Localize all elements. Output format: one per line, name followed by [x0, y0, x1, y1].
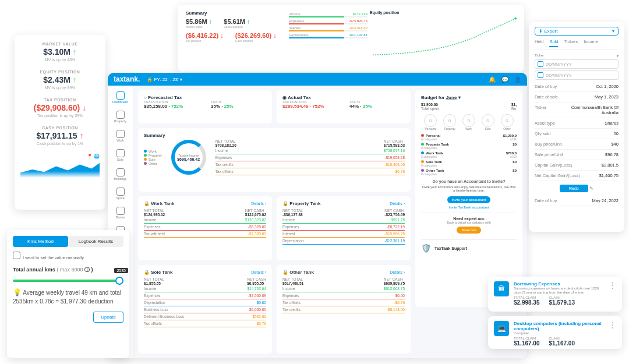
other-tank-tile: 🔒 Other TankDetails › NET TOTAL$617,469.… [277, 265, 411, 354]
sidebar-item-banks[interactable]: Banks [108, 204, 133, 221]
tab-income[interactable]: Income [584, 39, 598, 47]
chevron-down-icon[interactable]: ▾ [617, 54, 619, 58]
budget-category-icons: ○Personal○Property○Work○Sole○Other [421, 114, 517, 130]
bulb-icon: 💡 [13, 288, 22, 296]
snippet-desc: Borrowing expenses on loans are deductib… [514, 287, 605, 295]
tax-sub: Tax position is up by 29% [20, 114, 100, 118]
actual-tx: 44% · 25% [349, 104, 405, 109]
summary-stats: Summary $5.86M ↑Market value $5.61M ↑Equ… [181, 8, 289, 68]
sidebar-item-dashboard[interactable]: Dashboard [108, 89, 133, 106]
brand-logo[interactable]: taxtank. [114, 75, 140, 83]
total-claim: $1,167.00 [514, 340, 540, 347]
date-from-input[interactable]: DD/MM/YYYY [535, 59, 619, 69]
chat-icon[interactable]: 💬 [501, 76, 508, 83]
tab-held[interactable]: Held [535, 39, 543, 47]
arrow-down-icon: ↓ [82, 103, 86, 112]
sidebar-item-holdings[interactable]: Holdings [108, 166, 133, 183]
equity-label: EQUITY POSITION [20, 70, 100, 74]
user-icon[interactable]: 👤 [514, 76, 521, 83]
cash-label: CASH POSITION [20, 126, 100, 130]
sole-tank-tile: 🔒 Sole TankDetails › NET TOTAL$1,855.55N… [138, 265, 272, 354]
eq-value: $5.61M ↑ [224, 18, 250, 25]
budget-icon-work[interactable]: ○ [462, 114, 475, 127]
kms-card: Kms Method Logbook Results I want to set… [7, 230, 129, 358]
manual-checkbox-row[interactable]: I want to set the value manually [13, 252, 123, 260]
top-summary-card: Summary $5.86M ↑Market value $5.61M ↑Equ… [178, 5, 524, 72]
forecast-tile: ○ Forecasted Tax TAX POSITION$35,158.00 … [138, 90, 272, 123]
export-button[interactable]: ⬇ Export▾ [535, 27, 619, 36]
sidebar-item-spare[interactable]: Spare [108, 185, 133, 202]
budget-categories: Personal4 categories$1,200.0of $1Propert… [421, 134, 517, 176]
budget-icon-personal[interactable]: ○ [424, 114, 437, 127]
kms-tabs: Kms Method Logbook Results [13, 236, 123, 247]
market-value-block: MARKET VALUE $3.10M ↑ MV is up by 48% [20, 42, 100, 62]
details-link[interactable]: Details › [251, 202, 266, 206]
summary-legend: WorkPropertySoleOther [144, 149, 162, 166]
summary-bars: Income$177,734Expenses-$74,826.76Interes… [289, 8, 367, 68]
market-sub: MV is up by 48% [20, 58, 100, 62]
map-pin-icon[interactable]: 📍 🌐 [20, 154, 100, 159]
sidebar-item-work[interactable]: Work [108, 128, 133, 144]
borrowing-snippet: 🏛 Borrowing Expenses Borrowing expenses … [488, 277, 622, 312]
details-link[interactable]: Details › [251, 270, 266, 274]
kms-slider[interactable]: 2535 [13, 280, 123, 282]
export-tabs: HeldSoldTickersIncome [535, 39, 619, 50]
sidebar-item-property[interactable]: Property [108, 108, 133, 125]
tab-tickers[interactable]: Tickers [564, 39, 578, 47]
slider-thumb[interactable] [115, 277, 123, 285]
equity-block: EQUITY POSITION $2.43M ↑ MV is up by 89% [20, 70, 100, 90]
snippet-title: Desktop computers (including personal co… [514, 321, 605, 331]
stats-card: MARKET VALUE $3.10M ↑ MV is up by 48% EQ… [15, 35, 105, 210]
update-button[interactable]: Update [93, 312, 123, 323]
sidebar-item-sole[interactable]: Sole [108, 147, 133, 164]
avg-travel-text: 💡 Average weekly travel 49 km and total … [13, 288, 123, 306]
tab-kms-method[interactable]: Kms Method [13, 236, 68, 247]
market-value: $3.10M ↑ [20, 47, 100, 56]
mini-area-chart [20, 161, 100, 178]
invite-button[interactable]: Invite your accountant [447, 196, 491, 203]
cp-value: ($26,269.60) ↓ [235, 32, 277, 39]
more-icon[interactable]: ⋮ [609, 281, 616, 306]
total-kms-label: Total annual kms ( max 5000 ⓘ ) [13, 266, 123, 274]
invite-link[interactable]: Invite TaxTank accountant [421, 206, 517, 209]
forecast-title: ○ Forecasted Tax [144, 95, 266, 100]
budget-icon-sole[interactable]: ○ [482, 114, 494, 127]
arrow-up-icon: ↑ [79, 131, 83, 140]
details-link[interactable]: Details › [390, 270, 405, 274]
bank-icon: 🏛 [494, 281, 509, 296]
support-title[interactable]: TaxTank Support [434, 246, 467, 250]
book-button[interactable]: Book con [457, 227, 480, 234]
equity-chart-title: Equity position [370, 10, 518, 15]
fy-selector[interactable]: 🔒 FY: 22' - 23' ▾ [147, 77, 182, 82]
work-tank-tile: 🔒 Work TankDetails › NET TOTAL$124,995.0… [138, 196, 272, 260]
tab-sold[interactable]: Sold [549, 39, 558, 47]
arrow-up-icon: ↑ [73, 75, 77, 84]
cash-sub: Cash position is up by 1% [20, 142, 100, 146]
budget-title[interactable]: Budget for June ▾ [421, 95, 461, 100]
forecast-tx: 35% · 25% [211, 104, 266, 109]
details-link[interactable]: Details › [390, 202, 405, 206]
invite-title: Do you have an Accountant to invite? [433, 179, 506, 183]
claim: $1,167.00 [549, 340, 575, 347]
budget-icon-property[interactable]: ○ [443, 114, 456, 127]
equity-chart: Equity position [367, 8, 521, 68]
budget-icon-other[interactable]: ○ [501, 114, 514, 127]
summary-tile: Summary WorkPropertySoleOther Taxable In… [138, 128, 411, 191]
arrow-up-icon: ↑ [73, 47, 77, 56]
donut-chart: Taxable Income$698,466.42 [171, 140, 206, 175]
computer-icon: 💻 [494, 321, 509, 336]
manual-checkbox[interactable] [13, 252, 20, 259]
export-details: Date of buyOct 1, 2020Date of saleMay 1,… [535, 82, 619, 181]
support-icon: 🛡️ [421, 243, 431, 253]
more-icon[interactable]: ⋮ [609, 321, 616, 347]
expert-title: Need expert acc [453, 217, 485, 221]
date-to-input[interactable]: DD/MM/YYYY [535, 70, 619, 80]
actual-tp: $299,534.46 · 752% [282, 104, 338, 109]
cash-block: CASH POSITION $17,911.15 ↑ Cash position… [20, 126, 100, 146]
bell-icon[interactable]: 🔔 [489, 76, 496, 83]
tp-value: ($6,416.22) ↓ [186, 32, 224, 39]
edit-icon[interactable]: ✎ [589, 186, 593, 191]
tab-logbook[interactable]: Logbook Results [68, 236, 123, 247]
summary-tile-title: Summary [144, 133, 405, 138]
redo-button[interactable]: Redo [560, 185, 588, 192]
